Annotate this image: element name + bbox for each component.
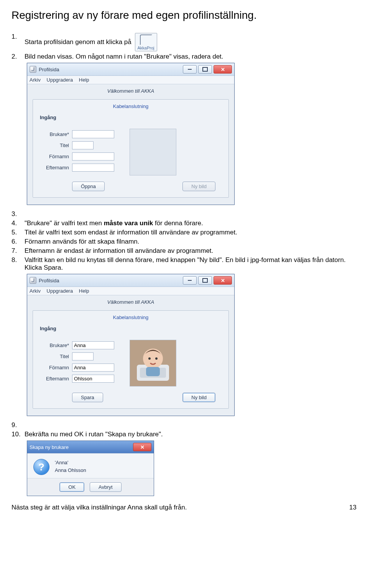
- window-title: Profilsida: [39, 67, 59, 72]
- label-titel: Titel: [38, 354, 69, 359]
- step-4: "Brukare" är valfri text men måste vara …: [25, 219, 356, 227]
- nybild-button[interactable]: Ny bild: [182, 393, 215, 402]
- label-brukare: Brukare*: [38, 342, 69, 348]
- cancel-button[interactable]: Avbryt: [90, 482, 122, 492]
- fornamn-input[interactable]: [72, 152, 114, 161]
- page-heading: Registrering av ny förare med egen profi…: [12, 9, 356, 21]
- menu-arkiv[interactable]: Arkiv: [30, 288, 41, 294]
- akkaproj-icon[interactable]: AkkaProj: [135, 33, 157, 51]
- list-number: 9.: [12, 421, 25, 429]
- menu-bar: Arkiv Uppgradera Help: [27, 76, 234, 84]
- svg-point-3: [143, 349, 163, 369]
- list-number: 10.: [12, 431, 25, 438]
- photo-slot: [130, 129, 176, 175]
- maximize-button[interactable]: [198, 65, 212, 74]
- label-efternamn: Efternamn: [38, 376, 69, 382]
- window-title: Profilsida: [39, 278, 59, 283]
- profilsida-window-empty: Profilsida Arkiv Uppgradera Help Välkomm…: [27, 63, 235, 205]
- nybild-button[interactable]: Ny bild: [182, 182, 215, 191]
- minimize-button[interactable]: [183, 65, 197, 74]
- dialog-message: 'Anna' Anna Ohlsson: [55, 459, 86, 475]
- efternamn-input[interactable]: [72, 375, 114, 383]
- menu-bar: Arkiv Uppgradera Help: [27, 287, 234, 295]
- welcome-text: Välkommen till AKKA: [27, 295, 234, 307]
- menu-uppgradera[interactable]: Uppgradera: [47, 77, 73, 83]
- page-number: 13: [349, 504, 356, 511]
- step-1: Starta profilsidan genom att klicka på A…: [25, 33, 356, 51]
- footer-text: Nästa steg är att välja vilka inställnin…: [12, 504, 187, 511]
- brukare-input[interactable]: [72, 130, 114, 138]
- kabelanslutning-link[interactable]: Kabelanslutning: [38, 314, 223, 320]
- step-5: Titel är valfri text som endast är infor…: [25, 229, 356, 236]
- close-button[interactable]: [214, 65, 232, 74]
- oppna-button[interactable]: Öppna: [72, 182, 105, 191]
- menu-help[interactable]: Help: [79, 288, 89, 294]
- step-10: Bekräfta nu med OK i rutan "Skapa ny bru…: [25, 431, 356, 438]
- svg-point-5: [155, 357, 158, 360]
- child-photo-icon: [130, 340, 176, 386]
- ingang-label: Ingång: [40, 326, 223, 331]
- kabelanslutning-link[interactable]: Kabelanslutning: [38, 103, 223, 109]
- label-fornamn: Förnamn: [38, 154, 69, 159]
- efternamn-input[interactable]: [72, 164, 114, 172]
- svg-point-4: [148, 357, 151, 360]
- step-8: Valfritt kan en bild nu knytas till denn…: [25, 256, 356, 272]
- list-number: 3.: [12, 210, 25, 218]
- list-number: 2.: [12, 53, 25, 61]
- menu-arkiv[interactable]: Arkiv: [30, 77, 41, 83]
- welcome-text: Välkommen till AKKA: [27, 84, 234, 96]
- minimize-button[interactable]: [183, 276, 197, 285]
- list-number: 4.: [12, 219, 25, 227]
- spara-button[interactable]: Spara: [72, 393, 103, 402]
- ok-button[interactable]: OK: [59, 482, 84, 492]
- menu-uppgradera[interactable]: Uppgradera: [47, 288, 73, 294]
- step-6: Förnamn används för att skapa filnamn.: [25, 238, 356, 246]
- list-number: 6.: [12, 238, 25, 246]
- svg-rect-6: [146, 367, 160, 376]
- question-icon: ?: [33, 459, 49, 475]
- step-2: Bild nedan visas. Om något namn i rutan …: [25, 53, 356, 61]
- label-titel: Titel: [38, 142, 69, 148]
- dialog-title: Skapa ny brukare: [30, 444, 69, 450]
- label-fornamn: Förnamn: [38, 365, 69, 370]
- list-number: 7.: [12, 247, 25, 255]
- brukare-input[interactable]: [72, 341, 114, 349]
- label-brukare: Brukare*: [38, 131, 69, 137]
- java-icon: [30, 277, 36, 284]
- ingang-label: Ingång: [40, 115, 223, 120]
- step-7: Efternamn är endast är information till …: [25, 247, 356, 255]
- menu-help[interactable]: Help: [79, 77, 89, 83]
- confirm-dialog: Skapa ny brukare ? 'Anna' Anna Ohlsson O…: [27, 441, 154, 496]
- fornamn-input[interactable]: [72, 364, 114, 372]
- list-number: 5.: [12, 229, 25, 236]
- titel-input[interactable]: [72, 352, 94, 360]
- list-number: 8.: [12, 256, 25, 264]
- maximize-button[interactable]: [198, 276, 212, 285]
- close-button[interactable]: [133, 443, 151, 451]
- close-button[interactable]: [214, 276, 232, 285]
- profilsida-window-filled: Profilsida Arkiv Uppgradera Help Välkomm…: [27, 274, 235, 416]
- list-number: 1.: [12, 33, 25, 41]
- photo-slot: [130, 340, 176, 387]
- titel-input[interactable]: [72, 141, 94, 149]
- java-icon: [30, 66, 36, 73]
- label-efternamn: Efternamn: [38, 165, 69, 170]
